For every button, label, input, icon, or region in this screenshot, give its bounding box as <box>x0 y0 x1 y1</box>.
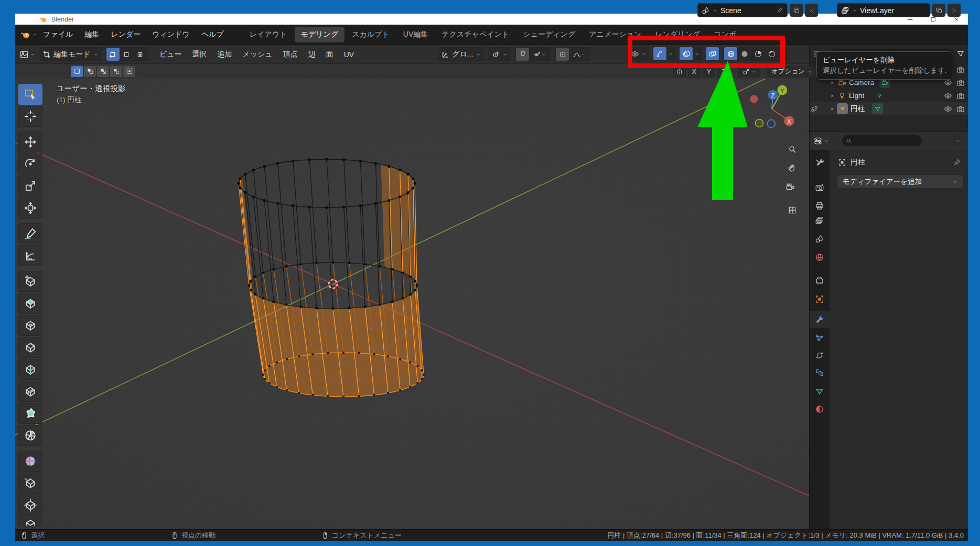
tab-rendering[interactable]: レンダリング <box>649 27 706 42</box>
scene-new-button[interactable] <box>790 4 803 17</box>
tab-texture-paint[interactable]: テクスチャペイント <box>435 27 515 42</box>
scale-tool[interactable] <box>18 176 42 196</box>
edge-select-button[interactable] <box>120 48 133 61</box>
pan-view-button[interactable] <box>785 161 799 175</box>
menu-render[interactable]: レンダー <box>105 27 146 42</box>
tab-tool[interactable] <box>810 155 830 171</box>
tab-layout[interactable]: レイアウト <box>243 27 294 42</box>
menu-edge[interactable]: 辺 <box>303 50 321 59</box>
tab-collection[interactable] <box>810 272 830 289</box>
select-invert-button[interactable] <box>110 66 122 77</box>
rendered-shading-button[interactable] <box>765 47 778 60</box>
snap-settings-dropdown[interactable] <box>530 48 550 61</box>
viewlayer-new-button[interactable] <box>932 4 945 17</box>
select-extend-button[interactable] <box>84 66 96 77</box>
knife-tool[interactable] <box>18 381 42 402</box>
menu-view[interactable]: ビュー <box>154 50 187 59</box>
scene-field[interactable]: Scene <box>697 3 788 17</box>
tab-modifiers[interactable] <box>810 311 830 328</box>
move-tool[interactable] <box>18 132 42 152</box>
loop-cut-tool[interactable] <box>18 359 42 380</box>
pin-icon[interactable] <box>953 158 961 167</box>
tab-scene[interactable] <box>810 231 830 247</box>
tab-modeling[interactable]: モデリング <box>295 27 345 42</box>
properties-editor-button[interactable] <box>813 136 829 146</box>
properties-search-input[interactable] <box>842 135 922 146</box>
outliner-row-light[interactable]: Light <box>810 89 968 102</box>
tab-render[interactable] <box>810 179 830 196</box>
solid-shading-button[interactable] <box>738 47 751 60</box>
menu-window[interactable]: ウィンドウ <box>146 27 196 42</box>
xray-toggle[interactable] <box>706 47 719 60</box>
object-visibility-dropdown[interactable] <box>628 47 641 60</box>
snap-toggle[interactable] <box>516 48 529 61</box>
measure-tool[interactable] <box>18 245 42 266</box>
poly-build-tool[interactable] <box>18 403 42 424</box>
select-new-button[interactable] <box>71 66 83 77</box>
outliner-row-cylinder[interactable]: 円柱 <box>810 102 968 115</box>
mode-dropdown[interactable]: 編集モード <box>39 47 102 61</box>
filter-icon[interactable] <box>956 50 965 58</box>
tab-view-layer[interactable] <box>810 212 830 229</box>
menu-vertex[interactable]: 頂点 <box>278 50 303 59</box>
edge-slide-tool[interactable] <box>18 473 42 494</box>
pin-icon[interactable] <box>776 7 783 14</box>
tab-constraints[interactable] <box>810 364 830 381</box>
select-box-tool[interactable] <box>18 84 42 105</box>
bevel-tool[interactable] <box>18 337 42 358</box>
mirror-z-button[interactable]: Z <box>717 66 730 78</box>
tab-object[interactable] <box>810 291 830 308</box>
zoom-view-button[interactable] <box>785 143 799 156</box>
transform-orientation-dropdown[interactable]: グロ... <box>438 47 484 61</box>
camera-toggle-icon[interactable] <box>956 105 965 113</box>
eye-icon[interactable] <box>944 105 952 113</box>
mirror-x-button[interactable]: X <box>688 66 701 78</box>
menu-help[interactable]: ヘルプ <box>196 27 230 42</box>
tab-physics[interactable] <box>810 347 830 364</box>
tab-shading[interactable]: シェーディング <box>516 27 581 42</box>
annotate-tool[interactable] <box>18 223 42 244</box>
material-shading-button[interactable] <box>751 47 764 60</box>
show-gizmo-toggle[interactable] <box>653 47 666 60</box>
perspective-toggle-button[interactable] <box>785 203 799 217</box>
options-dropdown[interactable]: オプション <box>767 66 817 78</box>
wireframe-shading-button[interactable] <box>724 47 737 60</box>
axis-neg-y-ball[interactable] <box>756 119 763 127</box>
menu-face[interactable]: 面 <box>321 50 339 59</box>
menu-uv[interactable]: UV <box>339 50 359 59</box>
mirror-y-button[interactable]: Y <box>703 66 715 78</box>
tab-compositing[interactable]: コンポ <box>707 27 742 42</box>
show-overlays-toggle[interactable] <box>680 47 693 60</box>
smooth-tool[interactable] <box>18 451 42 472</box>
tab-sculpting[interactable]: スカルプト <box>346 27 396 42</box>
tab-particles[interactable] <box>810 330 830 346</box>
axis-neg-z-ball[interactable] <box>768 120 776 128</box>
select-intersect-button[interactable] <box>123 66 135 77</box>
menu-mesh[interactable]: メッシュ <box>237 50 277 59</box>
eye-icon[interactable] <box>944 92 952 100</box>
viewlayer-field[interactable]: ViewLayer <box>837 3 930 17</box>
menu-select[interactable]: 選択 <box>187 50 212 59</box>
tab-uv-editing[interactable]: UV編集 <box>397 27 434 42</box>
tab-animation[interactable]: アニメーション <box>583 27 648 42</box>
rotate-tool[interactable] <box>18 154 42 174</box>
viewport-canvas[interactable] <box>15 79 809 529</box>
expand-icon[interactable] <box>830 80 835 85</box>
scene-delete-button[interactable] <box>805 4 818 17</box>
cursor-tool[interactable] <box>18 106 42 127</box>
transform-tool[interactable] <box>18 198 42 219</box>
menu-file[interactable]: ファイル <box>37 27 79 42</box>
mirror-button[interactable] <box>673 66 686 78</box>
editor-type-button[interactable] <box>19 50 35 59</box>
expand-icon[interactable] <box>830 106 835 112</box>
shrink-fatten-tool[interactable] <box>18 495 42 516</box>
proportional-edit-toggle[interactable] <box>556 48 569 61</box>
tab-world[interactable] <box>810 249 830 266</box>
select-subtract-button[interactable] <box>97 66 109 77</box>
spin-tool[interactable] <box>18 425 42 446</box>
menu-edit[interactable]: 編集 <box>79 27 105 42</box>
menu-add[interactable]: 追加 <box>212 50 237 59</box>
viewlayer-delete-button[interactable] <box>947 4 961 17</box>
navigation-gizmo[interactable]: Z Y X <box>748 85 800 137</box>
tab-object-data[interactable] <box>810 384 830 400</box>
